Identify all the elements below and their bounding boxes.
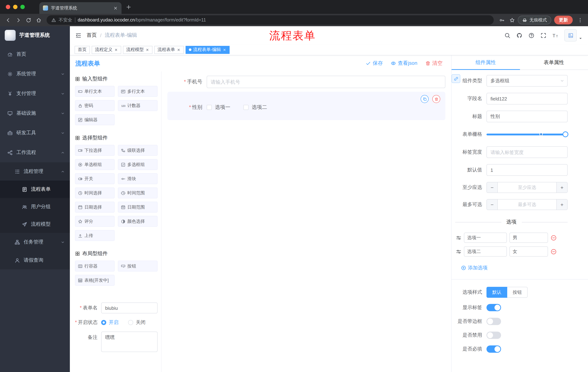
tag-process-form-edit[interactable]: 流程表单-编辑: [186, 46, 230, 54]
comp-table[interactable]: 表格[开发中]: [75, 275, 115, 286]
sidebar-item-process-model[interactable]: 流程模型: [0, 215, 70, 233]
browser-tab[interactable]: 芋道管理系统: [39, 2, 122, 14]
comp-password[interactable]: 密码: [75, 100, 115, 111]
delete-field-button[interactable]: [432, 95, 440, 103]
remove-option-button[interactable]: [551, 234, 557, 241]
sidebar-item-process-form[interactable]: 流程表单: [0, 181, 70, 198]
help-icon[interactable]: [528, 32, 535, 38]
required-toggle[interactable]: [486, 345, 501, 353]
fullscreen-icon[interactable]: [540, 32, 546, 38]
user-menu[interactable]: [564, 29, 583, 42]
tab-form-props[interactable]: 表单属性: [520, 55, 588, 70]
phone-input[interactable]: [207, 76, 445, 88]
sidebar-item-infra[interactable]: 基础设施: [0, 103, 70, 123]
style-default-button[interactable]: 默认: [486, 287, 507, 298]
browser-menu-icon[interactable]: [576, 16, 584, 24]
comp-row-container[interactable]: 行容器: [75, 261, 115, 272]
drag-handle-icon[interactable]: [456, 235, 461, 240]
back-button[interactable]: [4, 16, 12, 24]
comp-slider[interactable]: 滑块: [118, 173, 158, 184]
window-minimize-button[interactable]: [13, 5, 18, 9]
component-type-select[interactable]: 多选框组: [486, 75, 568, 87]
chrome-update-button[interactable]: 更新: [554, 16, 573, 24]
save-button[interactable]: 保存: [366, 60, 383, 67]
gender-option1-checkbox[interactable]: 选项一: [207, 104, 230, 111]
tag-process-model[interactable]: 流程模型: [123, 46, 152, 54]
increase-button[interactable]: +: [556, 200, 567, 210]
remark-textarea[interactable]: 嘿嘿: [101, 332, 158, 352]
comp-rate[interactable]: 评分: [75, 216, 115, 227]
comp-upload[interactable]: 上传: [75, 230, 115, 241]
title-input[interactable]: [486, 111, 568, 122]
comp-button[interactable]: 按钮: [118, 261, 158, 272]
show-label-toggle[interactable]: [486, 304, 501, 311]
tab-close-icon[interactable]: [113, 6, 118, 10]
min-select-input[interactable]: [498, 182, 556, 192]
address-bar[interactable]: 不安全 dashboard.yudao.iocoder.cn/bpm/manag…: [47, 15, 494, 25]
tag-close-icon[interactable]: [177, 48, 180, 52]
copy-field-button[interactable]: [421, 95, 429, 103]
comp-single-line-text[interactable]: 单行文本: [75, 86, 115, 97]
decrease-button[interactable]: −: [487, 182, 498, 192]
sidebar-item-user-group[interactable]: 用户分组: [0, 198, 70, 215]
new-tab-button[interactable]: [126, 4, 131, 10]
sidebar-logo[interactable]: 芋道管理系统: [0, 26, 70, 44]
comp-cascader[interactable]: 级联选择: [118, 145, 158, 156]
forward-button[interactable]: [14, 16, 22, 24]
comp-editor[interactable]: 编辑器: [75, 114, 115, 125]
font-size-icon[interactable]: TT: [552, 32, 558, 38]
comp-time-range[interactable]: 时间范围: [118, 187, 158, 198]
comp-time-picker[interactable]: 时间选择: [75, 187, 115, 198]
gender-option2-checkbox[interactable]: 选项二: [243, 104, 267, 111]
search-icon[interactable]: [504, 32, 511, 38]
border-toggle[interactable]: [486, 318, 501, 325]
comp-select[interactable]: 下拉选择: [75, 145, 115, 156]
tag-home[interactable]: 首页: [74, 46, 90, 54]
form-canvas[interactable]: *手机号 *性别 选项一 选项二: [162, 71, 451, 372]
form-grid-slider[interactable]: [486, 128, 568, 140]
add-option-button[interactable]: 添加选项: [461, 265, 488, 271]
comp-switch[interactable]: 开关: [75, 173, 115, 184]
sidebar-item-devtools[interactable]: 研发工具: [0, 123, 70, 143]
option-value-input[interactable]: [509, 246, 548, 257]
window-close-button[interactable]: [6, 5, 10, 9]
comp-multi-line-text[interactable]: 多行文本: [118, 86, 158, 97]
comp-checkbox-group[interactable]: 多选框组: [118, 159, 158, 170]
option-value-input[interactable]: [509, 233, 548, 243]
view-json-button[interactable]: 查看json: [391, 60, 417, 67]
max-select-input[interactable]: [498, 200, 556, 210]
hamburger-icon[interactable]: [75, 32, 82, 38]
status-off-radio[interactable]: 关闭: [128, 319, 146, 326]
canvas-field-gender-selected[interactable]: *性别 选项一 选项二: [167, 92, 445, 120]
bookmark-star-icon[interactable]: [508, 16, 516, 24]
default-value-input[interactable]: [486, 164, 568, 176]
form-name-input[interactable]: [101, 302, 158, 313]
tag-close-icon[interactable]: [146, 48, 149, 52]
drag-handle-icon[interactable]: [456, 249, 461, 254]
slider-handle[interactable]: [563, 131, 568, 137]
increase-button[interactable]: +: [556, 182, 567, 192]
comp-radio-group[interactable]: 单选框组: [75, 159, 115, 170]
tag-close-icon[interactable]: [114, 48, 118, 52]
password-key-icon[interactable]: [497, 16, 506, 24]
comp-color-picker[interactable]: 颜色选择: [118, 216, 158, 227]
label-width-input[interactable]: [486, 146, 568, 158]
reload-button[interactable]: [24, 16, 33, 24]
canvas-field-phone[interactable]: *手机号: [167, 76, 445, 88]
comp-date-range[interactable]: 日期范围: [118, 202, 158, 213]
tag-process-form[interactable]: 流程表单: [154, 46, 184, 54]
sidebar-item-process-mgmt[interactable]: 流程管理: [0, 162, 70, 181]
comp-date-picker[interactable]: 日期选择: [75, 202, 115, 213]
option-label-input[interactable]: [464, 246, 507, 257]
home-button[interactable]: [34, 16, 43, 24]
style-button-button[interactable]: 按钮: [507, 287, 528, 298]
sidebar-item-payment[interactable]: 支付管理: [0, 84, 70, 103]
comp-counter[interactable]: 123计数器: [118, 100, 158, 111]
decrease-button[interactable]: −: [487, 200, 498, 210]
sidebar-item-workflow[interactable]: 工作流程: [0, 143, 70, 162]
sidebar-item-leave-query[interactable]: 请假查询: [0, 251, 70, 269]
link-icon[interactable]: [452, 74, 460, 83]
tab-component-props[interactable]: 组件属性: [452, 55, 520, 70]
status-on-radio[interactable]: 开启: [101, 319, 119, 326]
sidebar-item-task-mgmt[interactable]: 任务管理: [0, 233, 70, 251]
